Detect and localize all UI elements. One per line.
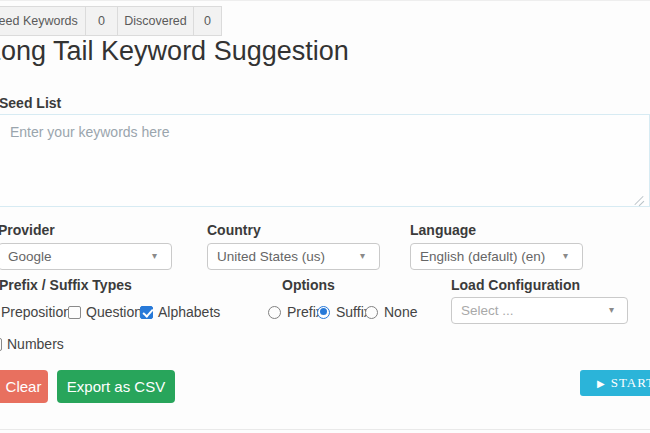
load-configuration-select[interactable]: Select ... <box>451 297 628 324</box>
clear-button[interactable]: Clear <box>0 370 48 403</box>
load-configuration-label: Load Configuration <box>451 277 580 293</box>
numbers-checkbox[interactable] <box>0 338 2 351</box>
provider-select[interactable]: Google <box>0 243 172 270</box>
options-label: Options <box>282 277 335 293</box>
long-tail-keyword-suggestion-page: Seed Keywords 0 Discovered 0 Long Tail K… <box>0 0 650 433</box>
questions-checkbox[interactable] <box>68 306 81 319</box>
prefix-suffix-types-label: Prefix / Suffix Types <box>0 277 132 293</box>
seed-keywords-input[interactable] <box>0 114 650 207</box>
tab-discovered[interactable]: Discovered <box>118 6 194 36</box>
export-csv-button[interactable]: Export as CSV <box>57 370 175 403</box>
tab-seed-keywords[interactable]: Seed Keywords <box>0 6 86 36</box>
country-label: Country <box>207 222 261 238</box>
alphabets-checkbox[interactable] <box>140 306 153 319</box>
alphabets-checkbox-label: Alphabets <box>158 304 220 320</box>
seed-keywords-label: Seed Keywords <box>0 14 78 28</box>
seed-keywords-count-badge: 0 <box>86 6 118 36</box>
radio-item-suffix[interactable]: Suffix <box>317 304 371 320</box>
none-radio[interactable] <box>365 306 378 319</box>
checkbox-item-alphabets[interactable]: Alphabets <box>140 304 220 320</box>
prepositions-checkbox-label: Prepositions <box>1 304 78 320</box>
checkbox-item-numbers[interactable]: Numbers <box>0 336 64 352</box>
radio-item-prefix[interactable]: Prefix <box>268 304 323 320</box>
discovered-count-badge: 0 <box>194 6 222 36</box>
none-radio-label: None <box>384 304 417 320</box>
page-title: Long Tail Keyword Suggestion <box>0 36 349 67</box>
bottom-divider <box>0 429 650 430</box>
top-divider <box>0 0 650 1</box>
start-button[interactable]: ▶ START <box>580 370 650 396</box>
seed-keywords-count: 0 <box>98 14 105 28</box>
counters-bar: Seed Keywords 0 Discovered 0 <box>0 6 222 36</box>
country-select[interactable]: United States (us) <box>207 243 380 270</box>
suffix-radio[interactable] <box>317 306 330 319</box>
discovered-label: Discovered <box>124 14 187 28</box>
checkbox-item-questions[interactable]: Questions <box>68 304 149 320</box>
play-icon: ▶ <box>597 378 605 389</box>
language-label: Language <box>410 222 476 238</box>
provider-label: Provider <box>0 222 55 238</box>
language-select[interactable]: English (default) (en) <box>410 243 583 270</box>
checkbox-item-prepositions[interactable]: Prepositions <box>0 304 78 320</box>
seed-list-label: Seed List <box>0 95 61 111</box>
start-button-label: START <box>611 375 650 391</box>
radio-item-none[interactable]: None <box>365 304 417 320</box>
discovered-count: 0 <box>204 14 211 28</box>
numbers-checkbox-label: Numbers <box>7 336 64 352</box>
prefix-radio[interactable] <box>268 306 281 319</box>
